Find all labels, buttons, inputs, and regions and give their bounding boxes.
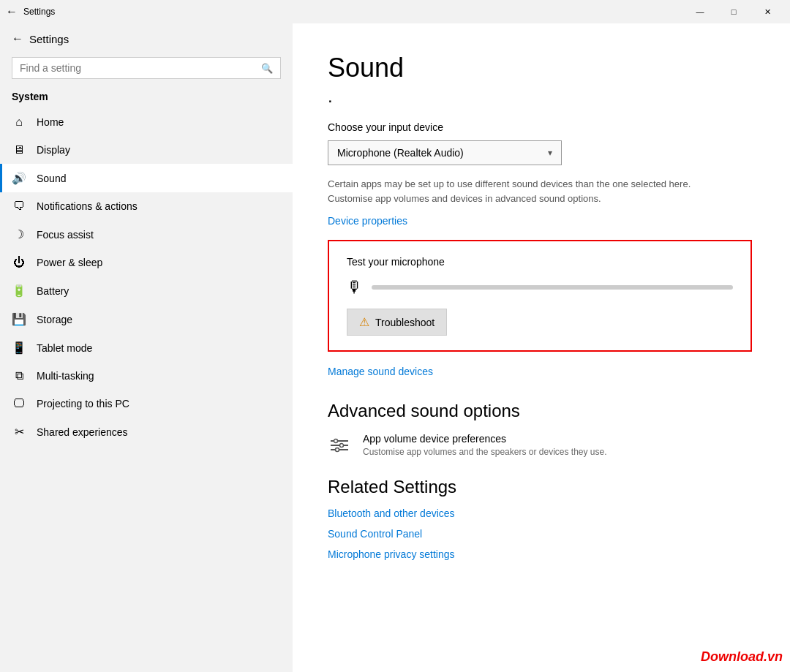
related-link-bluetooth[interactable]: Bluetooth and other devices: [328, 507, 755, 519]
home-icon: ⌂: [12, 116, 26, 129]
mic-row: 🎙: [347, 278, 733, 297]
sidebar-item-label-focus: Focus assist: [37, 229, 94, 241]
sidebar-item-shared[interactable]: ✂ Shared experiences: [0, 418, 293, 446]
sidebar-item-label-projecting: Projecting to this PC: [37, 398, 129, 409]
multitasking-icon: ⧉: [12, 369, 26, 382]
titlebar: ← Settings — □ ✕: [0, 0, 790, 23]
content-area: Sound . Choose your input device Microph…: [293, 23, 790, 672]
maximize-button[interactable]: □: [717, 0, 750, 23]
sidebar-item-label-notifications: Notifications & actions: [37, 200, 138, 212]
svg-point-3: [334, 439, 338, 443]
app-volume-title: App volume device preferences: [363, 433, 607, 445]
mic-level-bar: [372, 285, 733, 290]
troubleshoot-button[interactable]: ⚠ Troubleshoot: [347, 309, 447, 336]
sidebar-item-display[interactable]: 🖥 Display: [0, 136, 293, 164]
sidebar-item-label-tablet: Tablet mode: [37, 342, 92, 354]
sidebar-item-label-sound: Sound: [37, 173, 66, 184]
sidebar-section-title: System: [0, 88, 293, 108]
sidebar-item-label-home: Home: [37, 116, 64, 128]
input-device-dropdown[interactable]: Microphone (Realtek Audio) ▾: [328, 140, 562, 165]
search-box[interactable]: 🔍: [12, 57, 281, 79]
sidebar-item-label-power: Power & sleep: [37, 257, 102, 268]
sound-icon: 🔊: [12, 171, 26, 185]
sidebar-item-notifications[interactable]: 🗨 Notifications & actions: [0, 192, 293, 220]
warning-icon: ⚠: [359, 315, 369, 329]
sidebar-app-title: Settings: [29, 33, 69, 45]
test-mic-box: Test your microphone 🎙 ⚠ Troubleshoot: [328, 240, 752, 352]
shared-icon: ✂: [12, 425, 26, 439]
back-icon[interactable]: ←: [6, 5, 18, 18]
related-link-sound-control[interactable]: Sound Control Panel: [328, 528, 755, 540]
sidebar-item-label-shared: Shared experiences: [37, 426, 128, 438]
manage-sound-devices-link[interactable]: Manage sound devices: [328, 366, 433, 377]
app-container: ← Settings 🔍 System ⌂ Home 🖥 Display 🔊 S…: [0, 23, 790, 672]
page-title: Sound: [328, 53, 755, 83]
sidebar-item-label-display: Display: [37, 144, 70, 156]
sidebar-item-battery[interactable]: 🔋 Battery: [0, 276, 293, 305]
related-link-microphone-privacy[interactable]: Microphone privacy settings: [328, 548, 755, 560]
sidebar-item-multitasking[interactable]: ⧉ Multi-tasking: [0, 362, 293, 390]
input-section-label: Choose your input device: [328, 121, 755, 133]
sidebar-item-label-multitasking: Multi-tasking: [37, 370, 94, 382]
dropdown-arrow-icon: ▾: [548, 148, 552, 158]
sidebar-item-label-storage: Storage: [37, 314, 72, 325]
tablet-icon: 📱: [12, 341, 26, 355]
search-input[interactable]: [20, 62, 255, 74]
sidebar-item-storage[interactable]: 💾 Storage: [0, 305, 293, 333]
device-properties-link[interactable]: Device properties: [328, 215, 407, 227]
close-button[interactable]: ✕: [750, 0, 784, 23]
battery-icon: 🔋: [12, 284, 26, 298]
microphone-icon: 🎙: [347, 278, 363, 297]
sidebar-back-button[interactable]: ← Settings: [0, 23, 293, 54]
titlebar-left: ← Settings: [0, 5, 55, 18]
sidebar-item-projecting[interactable]: 🖵 Projecting to this PC: [0, 390, 293, 418]
svg-point-5: [336, 448, 339, 452]
svg-point-4: [340, 444, 344, 448]
svg-rect-0: [331, 440, 348, 442]
app-volume-icon: [328, 433, 351, 459]
storage-icon: 💾: [12, 312, 26, 326]
advanced-section-heading: Advanced sound options: [328, 401, 755, 421]
focus-icon: ☽: [12, 227, 26, 241]
sidebar-item-power[interactable]: ⏻ Power & sleep: [0, 249, 293, 276]
related-settings-heading: Related Settings: [328, 477, 755, 497]
sidebar-item-focus[interactable]: ☽ Focus assist: [0, 220, 293, 249]
sidebar-item-home[interactable]: ⌂ Home: [0, 108, 293, 136]
input-device-value: Microphone (Realtek Audio): [337, 147, 464, 159]
sidebar-item-label-battery: Battery: [37, 285, 69, 297]
search-icon: 🔍: [261, 63, 273, 74]
minimize-button[interactable]: —: [683, 0, 717, 23]
app-volume-option: App volume device preferences Customise …: [328, 433, 755, 459]
display-icon: 🖥: [12, 143, 26, 156]
power-icon: ⏻: [12, 256, 26, 269]
titlebar-controls: — □ ✕: [683, 0, 784, 23]
notifications-icon: 🗨: [12, 200, 26, 213]
app-volume-text: App volume device preferences Customise …: [363, 433, 607, 457]
page-dot: .: [328, 86, 755, 107]
sidebar-item-tablet[interactable]: 📱 Tablet mode: [0, 333, 293, 362]
troubleshoot-label: Troubleshoot: [375, 317, 434, 328]
back-arrow-icon: ←: [12, 32, 23, 45]
sidebar: ← Settings 🔍 System ⌂ Home 🖥 Display 🔊 S…: [0, 23, 293, 672]
test-mic-title: Test your microphone: [347, 256, 733, 268]
helper-text: Certain apps may be set up to use differ…: [328, 177, 737, 205]
app-volume-desc: Customise app volumes and the speakers o…: [363, 447, 607, 457]
titlebar-title: Settings: [23, 7, 55, 17]
projecting-icon: 🖵: [12, 397, 26, 410]
sidebar-item-sound[interactable]: 🔊 Sound: [0, 164, 293, 192]
